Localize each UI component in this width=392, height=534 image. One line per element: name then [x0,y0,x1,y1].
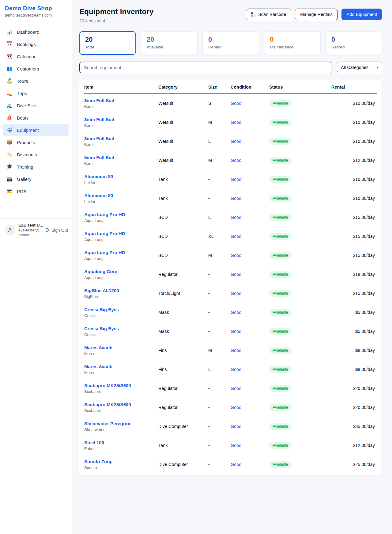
item-link[interactable]: 3mm Full Suit [84,136,156,141]
status-badge: Available [269,442,292,449]
search-input[interactable] [79,62,331,73]
stat-card[interactable]: 0 Maintenance [264,31,321,55]
item-link[interactable]: 3mm Full Suit [84,117,156,122]
item-link[interactable]: Aluminum 80 [84,174,156,179]
column-header: Item [84,80,158,94]
condition-link[interactable]: Good [231,101,241,106]
item-link[interactable]: Steel 100 [84,440,156,445]
item-brand: Bare [84,161,156,166]
condition-link[interactable]: Good [231,120,241,125]
condition-link[interactable]: Good [231,424,241,429]
item-link[interactable]: Aqua Lung Pro HD [84,212,156,217]
item-link[interactable]: Aluminum 80 [84,193,156,198]
sidebar-item-products[interactable]: 📦 Products [3,136,69,148]
table-row: 5mm Full Suit Bare Wetsuit M Good Availa… [84,151,377,170]
add-equipment-button[interactable]: Add Equipment [341,9,382,20]
condition-link[interactable]: Good [231,158,241,163]
condition-link[interactable]: Good [231,196,241,201]
sidebar-item-dive-sites[interactable]: 🌊 Dive Sites [3,99,69,112]
brand-name[interactable]: Demo Dive Shop [5,5,67,12]
table-row: Aluminum 80 Luxfer Tank - Good Available [84,170,377,189]
sidebar-item-dashboard[interactable]: 📊 Dashboard [3,26,69,38]
item-link[interactable]: BigBlue AL1200 [84,288,156,293]
sidebar-item-calendar[interactable]: 📆 Calendar [3,50,69,63]
rental-price: $15.00/day [353,234,375,239]
size-cell: L [208,360,231,379]
item-link[interactable]: Cressi Big Eyes [84,326,156,331]
item-link[interactable]: Cressi Big Eyes [84,307,156,312]
condition-link[interactable]: Good [231,310,241,315]
condition-link[interactable]: Good [231,253,241,258]
sidebar-item-discounts[interactable]: 🏷️ Discounts [3,148,69,161]
rental-cell: $8.00/day [331,360,377,379]
condition-link[interactable]: Good [231,272,241,277]
category-cell: Wetsuit [158,151,208,170]
condition-link[interactable]: Good [231,348,241,353]
item-brand: Suunto [84,465,156,470]
sidebar-item-pos[interactable]: 💳 POS [3,185,69,197]
condition-link[interactable]: Good [231,462,241,467]
sign-out-button[interactable]: Sign Out [45,228,68,233]
scan-barcode-button[interactable]: Scan Barcode [246,9,291,20]
condition-link[interactable]: Good [231,139,241,144]
condition-link[interactable]: Good [231,215,241,220]
item-link[interactable]: Aqua Lung Pro HD [84,231,156,236]
condition-link[interactable]: Good [231,443,241,448]
condition-cell: Good [231,189,269,208]
manage-rentals-button[interactable]: Manage Rentals [295,9,338,20]
stat-card[interactable]: 20 Available [141,31,198,55]
item-link[interactable]: Aqua Lung Pro HD [84,250,156,255]
item-link[interactable]: Suunto Zoop [84,459,156,464]
item-brand: BigBlue [84,294,156,299]
item-link[interactable]: 5mm Full Suit [84,155,156,160]
condition-link[interactable]: Good [231,177,241,182]
condition-link[interactable]: Good [231,367,241,372]
status-cell: Available [269,246,331,265]
item-cell: Aluminum 80 Luxfer [84,170,158,189]
sidebar-item-training[interactable]: 🎓 Training [3,161,69,173]
item-link[interactable]: 3mm Full Suit [84,98,156,103]
filter-row: All Categories [79,62,382,73]
stat-card[interactable]: 20 Total [79,31,136,55]
size-cell: - [208,189,231,208]
equipment-table: Item Category Size Condition Status Rent… [84,80,377,474]
status-badge: Available [269,385,292,392]
item-link[interactable]: Shearwater Peregrine [84,421,156,426]
table-row: Cressi Big Eyes Cressi Mask - Good Avail… [84,322,377,341]
trips-icon: 🚤 [6,91,13,96]
item-cell: Aqua Lung Pro HD Aqua Lung [84,208,158,227]
category-select[interactable]: All Categories [337,62,382,73]
condition-link[interactable]: Good [231,291,241,296]
sidebar-item-customers[interactable]: 👥 Customers [3,63,69,75]
sidebar-item-bookings[interactable]: 📅 Bookings [3,38,69,50]
condition-link[interactable]: Good [231,386,241,391]
sidebar-item-gallery[interactable]: 📸 Gallery [3,173,69,185]
item-link[interactable]: Mares Avanti [84,345,156,350]
condition-link[interactable]: Good [231,329,241,334]
rental-price: $15.00/day [353,291,375,296]
status-badge: Available [269,252,292,259]
sidebar-item-trips[interactable]: 🚤 Trips [3,87,69,99]
item-link[interactable]: Aqualung Core [84,269,156,274]
rental-cell: $20.00/day [331,398,377,417]
condition-cell: Good [231,265,269,284]
item-link[interactable]: Mares Avanti [84,364,156,369]
sidebar-item-tours[interactable]: 🏝️ Tours [3,75,69,87]
sidebar-item-equipment[interactable]: 🤿 Equipment [3,124,69,136]
item-cell: Suunto Zoop Suunto [84,455,158,474]
rental-cell: $18.00/day [331,265,377,284]
sidebar-item-boats[interactable]: ⛵ Boats [3,112,69,124]
item-brand: Shearwater [84,427,156,432]
stat-card[interactable]: 0 Retired [326,31,382,55]
item-cell: 5mm Full Suit Bare [84,151,158,170]
item-link[interactable]: Scubapro MK25/S600 [84,402,156,407]
calendar-icon: 📆 [6,54,13,59]
rental-cell: $12.00/day [331,151,377,170]
condition-link[interactable]: Good [231,234,241,239]
rental-price: $15.00/day [353,253,375,258]
stat-card[interactable]: 0 Rented [202,31,259,55]
condition-link[interactable]: Good [231,405,241,410]
category-cell: Tank [158,170,208,189]
item-link[interactable]: Scubapro MK25/S600 [84,383,156,388]
size-cell: - [208,303,231,322]
